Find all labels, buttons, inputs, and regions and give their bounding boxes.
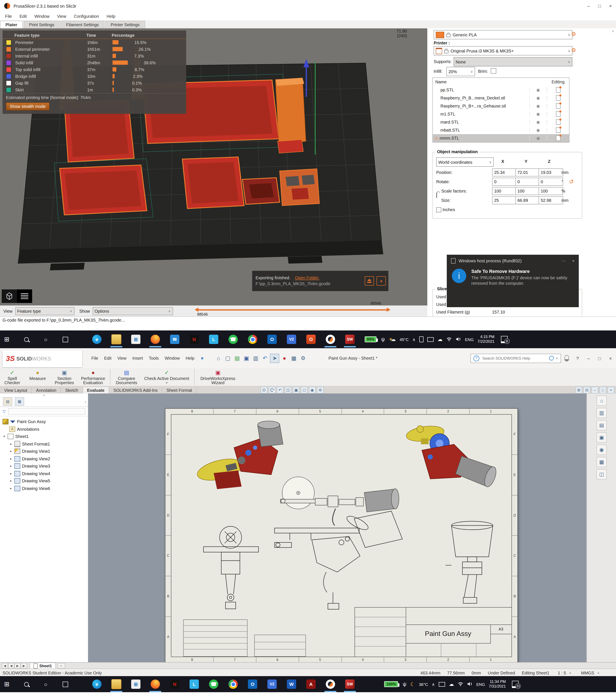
sidebar-item-drawing-view4[interactable]: ▸ Drawing View4	[2, 470, 88, 477]
volume-icon[interactable]	[456, 336, 461, 342]
tab-printer-settings[interactable]: Printer Settings	[105, 21, 145, 28]
prev-sheet-icon[interactable]: ◀	[8, 663, 14, 668]
rotate-z-field[interactable]: 0	[539, 178, 563, 186]
cortana-icon[interactable]: ○	[41, 679, 51, 689]
edit-appearance-icon[interactable]: ⚙	[317, 387, 323, 394]
rotate-y-field[interactable]: 0	[515, 178, 540, 186]
menu-view[interactable]: View	[57, 14, 66, 18]
eye-icon[interactable]: ◉	[529, 96, 547, 100]
tree-root-paint-gun-assy[interactable]: Paint Gun Assy	[2, 418, 88, 425]
object-row[interactable]: Raspberry_Pi_B+...ra_Gehause.stl◉	[433, 102, 569, 110]
eye-icon[interactable]: ◉	[529, 128, 547, 132]
taskbar-swirl-browser-icon[interactable]	[325, 679, 335, 689]
tab-print-settings[interactable]: Print Settings	[24, 21, 60, 28]
pane-handle[interactable]: ●	[0, 394, 88, 396]
taskbar-word-icon[interactable]: W	[286, 679, 297, 689]
maximize-icon[interactable]: □	[594, 2, 605, 10]
tab-sketch[interactable]: Sketch	[61, 387, 83, 394]
file-properties-icon[interactable]: ▦	[289, 354, 298, 362]
menu-file[interactable]: File	[5, 14, 12, 18]
filter-icon[interactable]: ▽	[2, 409, 6, 414]
sidebar-item-drawing-view1[interactable]: ▸ Drawing View1	[2, 448, 88, 455]
object-row[interactable]: m1.STL◉	[433, 110, 569, 118]
home-icon[interactable]: ⌂	[214, 354, 223, 362]
clock[interactable]: 4:15 PM7/22/2021	[477, 335, 494, 344]
more-options-icon[interactable]: ⋯	[562, 258, 566, 263]
taskbar-solidworks-icon[interactable]: SW	[345, 334, 355, 344]
task-view-icon[interactable]	[60, 334, 70, 344]
sw-menu-edit[interactable]: Edit	[104, 356, 111, 361]
object-row[interactable]: pp.STL◉	[433, 86, 569, 94]
printer-select[interactable]: Original Prusa i3 MK3S & MK3S+ ∨	[434, 46, 572, 56]
sw-menu-view[interactable]: View	[117, 356, 126, 361]
previous-view-icon[interactable]: ↶	[277, 387, 283, 394]
display-icon[interactable]	[427, 337, 434, 342]
tray-chevron-up-icon[interactable]: ∧	[412, 337, 415, 342]
taskbar-lightroom-icon[interactable]: L	[209, 334, 219, 344]
zoom-fit-icon[interactable]: ⊡	[260, 387, 267, 394]
eye-icon[interactable]: ◉	[529, 120, 547, 124]
rebuild-icon[interactable]: ●	[280, 354, 289, 362]
position-y-field[interactable]: 72.01	[515, 169, 540, 176]
search-box[interactable]: ? ∨	[471, 353, 561, 363]
taskbar-outlook-icon[interactable]: O	[267, 334, 277, 344]
print-icon[interactable]: ▥	[252, 354, 260, 362]
object-row[interactable]: mard.STL◉	[433, 118, 569, 126]
featuremanager-tab-icon[interactable]: ▤	[3, 397, 12, 406]
status-units[interactable]: MMGS	[581, 670, 594, 675]
sw-menu-file[interactable]: File	[91, 356, 98, 361]
windows-notification[interactable]: Windows host process (Rundll32) ⋯ × i Sa…	[447, 255, 579, 307]
eye-icon[interactable]: ◉	[529, 104, 547, 108]
sw-menu-tools[interactable]: Tools	[149, 356, 159, 361]
expand-icon[interactable]: ▸	[9, 457, 13, 461]
tab-sheet-format[interactable]: Sheet Format	[162, 387, 197, 394]
object-row[interactable]: mbatt.STL◉	[433, 126, 569, 134]
tab-filament-settings[interactable]: Filament Settings	[61, 21, 105, 28]
collapse-icon[interactable]: ▾	[2, 435, 6, 439]
filament-select[interactable]: Generic PLA ∨	[434, 30, 572, 39]
appearances-icon[interactable]: ◉	[597, 445, 607, 455]
scale-z-field[interactable]: 100	[539, 187, 563, 195]
panel-scroll-up-icon[interactable]: ∧	[612, 29, 614, 33]
action-center-icon[interactable]: 8	[501, 336, 507, 343]
action-center-icon[interactable]: 21	[512, 681, 519, 688]
taskbar-lightroom-icon[interactable]: L	[189, 679, 199, 689]
search-icon[interactable]	[21, 679, 31, 689]
sheet-tab-sheet1[interactable]: Sheet1	[30, 663, 56, 669]
battery-icon[interactable]: 99%	[365, 336, 377, 342]
display-icon[interactable]	[439, 682, 445, 686]
temperature[interactable]: 36°C	[419, 682, 428, 686]
eye-icon[interactable]: ◉	[529, 112, 547, 116]
cortana-icon[interactable]: ○	[41, 334, 51, 344]
rotate-x-field[interactable]: 0	[492, 178, 517, 186]
taskbar-mail-icon[interactable]: ✉	[170, 334, 180, 344]
hide-show-items-icon[interactable]: ◉	[309, 387, 316, 394]
volume-icon[interactable]	[467, 681, 473, 687]
size-y-field[interactable]: 66.89	[515, 196, 540, 204]
dismiss-export-icon[interactable]: ×	[377, 276, 386, 286]
edit-object-icon[interactable]	[556, 136, 560, 141]
position-x-field[interactable]: 25.34	[492, 169, 517, 176]
tab-evaluate[interactable]: Evaluate	[83, 387, 109, 394]
wifi-icon[interactable]	[446, 336, 452, 342]
expand-icon[interactable]: ▸	[9, 487, 13, 490]
taskbar-solidworks-icon[interactable]: SW	[345, 679, 355, 689]
show-stealth-mode-button[interactable]: Show stealth mode	[6, 102, 49, 110]
taskbar-netflix-icon[interactable]: N	[170, 679, 180, 689]
sidebar-item-drawing-view2[interactable]: ▸ Drawing View2	[2, 455, 88, 462]
start-button[interactable]: ⊞	[2, 334, 12, 344]
check-active-document-button[interactable]: ✓Check Active Document▾	[143, 369, 190, 385]
onedrive-icon[interactable]: ☁	[438, 336, 443, 342]
moon-icon[interactable]: ☾	[410, 681, 415, 687]
taskbar-chrome-icon[interactable]	[228, 679, 238, 689]
drawing-sheet[interactable]: 87654321 87654321 FEDCBA FEDCBA	[165, 408, 518, 663]
taskbar-firefox-icon[interactable]	[150, 334, 160, 344]
sw-menu-insert[interactable]: Insert	[132, 356, 143, 361]
usb-device-icon[interactable]	[419, 336, 424, 342]
edit-object-icon[interactable]	[556, 95, 560, 101]
object-row-selected[interactable]: ⚠ mmm.STL ◉	[433, 134, 569, 142]
show-select[interactable]: Options∨	[92, 307, 173, 315]
clock[interactable]: 11:34 PM7/31/2021	[489, 680, 506, 689]
sidebar-item-sheet1[interactable]: ▾ Sheet1	[2, 433, 88, 440]
spell-checker-button[interactable]: ✓Spell Checker	[2, 369, 22, 385]
